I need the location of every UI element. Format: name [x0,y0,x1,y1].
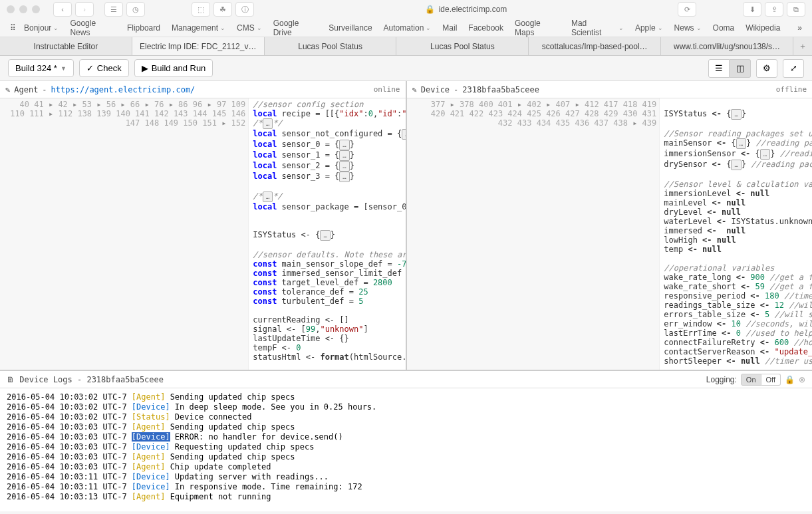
ide-toolbar: Build 324 * ▼ ✓Check ▶Build and Run ☰ ◫ … [0,56,812,81]
window-titlebar: ‹ › ☰ ◷ ⬚ ☘ ⓘ 🔒 ide.electricimp.com ⟳ ⬇ … [0,0,812,19]
close-icon[interactable]: ⊗ [799,375,805,384]
browser-tab[interactable]: Lucas Pool Status [396,37,529,55]
bookmarks-grid-icon[interactable]: ⠿ [10,23,16,33]
device-status: offline [776,85,807,94]
reload-button[interactable]: ⟳ [678,2,696,17]
pencil-icon: ✎ [5,85,10,94]
bookmark-ooma[interactable]: Ooma [713,23,735,33]
history-button[interactable]: ◷ [126,2,145,17]
layout-single-button[interactable]: ☰ [708,59,730,78]
bookmark-news[interactable]: News ⌄ [674,23,702,33]
bookmark-google-maps[interactable]: Google Maps [515,19,560,37]
browser-tab[interactable]: www.ti.com/lit/ug/snou138/s… [661,37,793,55]
lock-icon[interactable]: 🔒 [785,375,795,384]
agent-code[interactable]: 40 41 ▸ 42 ▸ 53 ▸ 56 ▸ 66 ▸ 76 ▸ 86 96 ▸… [0,98,406,370]
bookmark-apple[interactable]: Apple ⌄ [635,23,663,33]
logging-off[interactable]: Off [761,374,781,386]
browser-tab[interactable]: Lucas Pool Status [265,37,397,55]
bookmark-mad-scientist[interactable]: Mad Scientist ⌄ [571,19,624,37]
bookmark-mail[interactable]: Mail [442,23,457,33]
device-id: 2318bfaa5ba5ceee [462,85,539,94]
bookmark-cms[interactable]: CMS ⌄ [237,23,262,33]
share-button[interactable]: ⇪ [765,2,783,17]
bookmarks-bar: ⠿ Bonjour ⌄Google NewsFlipboard Manageme… [0,19,812,37]
bookmark-facebook[interactable]: Facebook [468,23,503,33]
fullscreen-button[interactable]: ⤢ [783,59,804,78]
editor-panes: ✎ Agent - https://agent.electricimp.com/… [0,81,812,370]
expand-icon: ⤢ [790,63,797,73]
pencil-icon: ✎ [412,85,417,94]
icon-button-2[interactable]: ☘ [213,2,232,17]
browser-tab[interactable]: Electric Imp IDE: FDC_2112_v… [132,37,265,55]
settings-button[interactable]: ⚙ [756,59,777,78]
forward-button[interactable]: › [75,2,94,17]
back-button[interactable]: ‹ [53,2,72,17]
bookmark-surveillance[interactable]: Surveillance [329,23,372,33]
bookmark-automation[interactable]: Automation ⌄ [384,23,432,33]
bookmark-wikipedia[interactable]: Wikipedia [745,23,780,33]
bookmark-google-news[interactable]: Google News [70,19,116,37]
browser-tab[interactable]: Instructable Editor [0,37,132,55]
download-button[interactable]: ⬇ [743,2,761,17]
play-icon: ▶ [142,63,148,73]
agent-status: online [374,85,400,94]
device-logs-panel: 🗎 Device Logs - 2318bfaa5ba5ceee Logging… [0,370,812,511]
build-dropdown[interactable]: Build 324 * ▼ [8,59,74,77]
sidebar-toggle[interactable]: ☰ [104,2,123,17]
bookmark-bonjour[interactable]: Bonjour ⌄ [24,23,59,33]
layout-split-button[interactable]: ◫ [730,59,751,78]
build-run-button[interactable]: ▶Build and Run [134,59,213,77]
logs-body[interactable]: 2016-05-04 10:03:02 UTC-7 [Agent] Sendin… [0,388,812,511]
icon-button-1[interactable]: ⬚ [192,2,210,17]
agent-editor-header: ✎ Agent - https://agent.electricimp.com/… [0,81,406,98]
gear-icon: ⚙ [763,63,771,73]
new-tab-button[interactable]: + [793,37,812,55]
device-editor-header: ✎ Device - 2318bfaa5ba5ceee offline [407,81,813,98]
file-icon: 🗎 [7,375,15,384]
logs-header: 🗎 Device Logs - 2318bfaa5ba5ceee Logging… [0,371,812,388]
traffic-lights[interactable] [7,5,40,13]
lock-icon: 🔒 [425,5,435,14]
logging-on[interactable]: On [741,374,761,386]
icon-button-3[interactable]: ⓘ [235,2,254,17]
address-bar[interactable]: 🔒 ide.electricimp.com [257,5,674,14]
check-button[interactable]: ✓Check [79,59,129,77]
browser-tab[interactable]: scottalucas/Imp-based-pool… [529,37,661,55]
tabs-button[interactable]: ⧉ [787,2,805,17]
agent-url[interactable]: https://agent.electricimp.com/ [51,85,196,94]
url-text: ide.electricimp.com [439,5,507,14]
device-editor: ✎ Device - 2318bfaa5ba5ceee offline 377 … [406,81,813,370]
device-code[interactable]: 377 ▸ 378 400 401 ▸ 402 ▸ 407 ▸ 412 417 … [407,98,813,370]
bookmarks-overflow[interactable]: » [797,23,802,33]
check-icon: ✓ [86,63,94,73]
agent-editor: ✎ Agent - https://agent.electricimp.com/… [0,81,406,370]
bookmark-flipboard[interactable]: Flipboard [127,23,160,33]
browser-tabs: Instructable EditorElectric Imp IDE: FDC… [0,37,812,56]
bookmark-google-drive[interactable]: Google Drive [273,19,318,37]
bookmark-management[interactable]: Management ⌄ [172,23,225,33]
